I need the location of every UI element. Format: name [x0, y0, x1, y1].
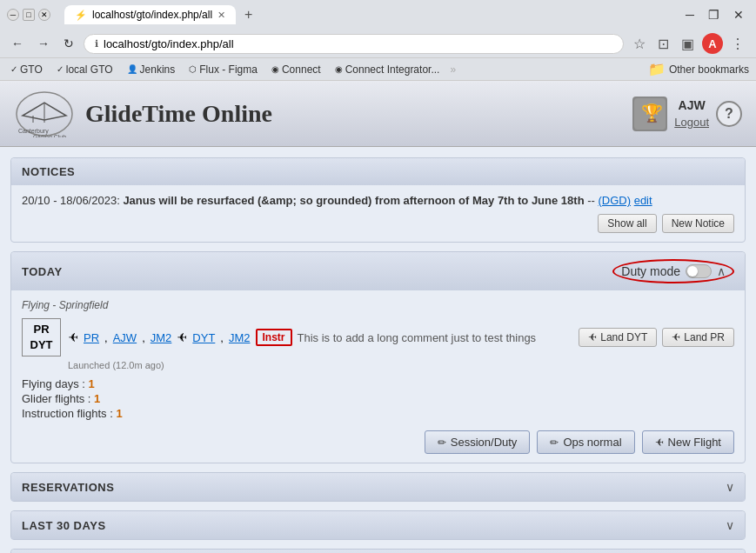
tab-bar: ⚡ localhost/gto/index.php/all ✕ + — [64, 5, 673, 24]
bookmark-gto[interactable]: ✓ GTO — [7, 62, 46, 77]
last30days-section: LAST 30 DAYS ∨ — [10, 510, 746, 540]
glider-flights-label: Glider flights : — [22, 392, 94, 405]
user-avatar: 🏆 — [632, 97, 667, 131]
bookmark-connect-integrator[interactable]: ◉ Connect Integrator... — [331, 62, 444, 77]
glider-flights-stat: Glider flights : 1 — [22, 392, 734, 405]
flying-days-value: 1 — [89, 377, 95, 390]
user-avatar-icon: 🏆 — [634, 98, 666, 130]
flight-actions: ✈ Land DYT ✈ Land PR — [579, 328, 734, 347]
flight-row: PR DYT ✈ PR, AJW, JM2 ✈ DYT, JM2 Instr T… — [22, 315, 734, 360]
today-section: TODAY Duty mode ∧ Flying - Springfield P… — [10, 251, 746, 463]
bookmark-local-gto[interactable]: ✓ local GTO — [53, 62, 117, 77]
bookmark-jenkins[interactable]: 👤 Jenkins — [124, 62, 179, 77]
profile-icon[interactable]: A — [702, 33, 723, 54]
back-button[interactable]: ← — [7, 35, 28, 52]
today-section-header[interactable]: TODAY Duty mode ∧ — [11, 252, 745, 290]
help-button[interactable]: ? — [716, 101, 742, 127]
today-collapse-icon[interactable]: ∧ — [717, 264, 726, 278]
other-bookmarks[interactable]: 📁 Other bookmarks — [648, 61, 749, 77]
notice-body: Janus will be resurfaced (&amp; so groun… — [123, 194, 584, 207]
instruction-label: Instruction flights : — [22, 407, 116, 420]
cast-icon[interactable]: ⊡ — [653, 33, 673, 54]
svg-text:Gliding  Club: Gliding Club — [33, 134, 66, 137]
bookmark-figma[interactable]: ⬡ Flux - Figma — [185, 62, 261, 77]
win-minimize-btn[interactable]: ─ — [680, 6, 699, 23]
pilot-pr-link[interactable]: PR — [84, 331, 99, 344]
bookmark-connect[interactable]: ◉ Connect — [268, 62, 324, 77]
user-area: 🏆 AJW Logout ? — [632, 97, 742, 131]
user-info: AJW Logout — [674, 98, 709, 129]
today-section-content: Flying - Springfield PR DYT ✈ PR, AJW, J… — [11, 290, 745, 463]
bookmarks-bar: ✓ GTO ✓ local GTO 👤 Jenkins ⬡ Flux - Fig… — [0, 57, 756, 80]
flying-days-label: Flying days : — [22, 377, 89, 390]
username: AJW — [679, 98, 706, 112]
land-pr-icon: ✈ — [672, 331, 680, 343]
reload-button[interactable]: ↻ — [59, 35, 78, 52]
close-btn[interactable]: ✕ — [38, 9, 50, 21]
session-duty-icon: ✏ — [438, 436, 446, 449]
takeoff-icon-1: ✈ — [68, 330, 78, 344]
pilot-jm2-link[interactable]: JM2 — [151, 331, 172, 344]
flight-id-line2: DYT — [30, 338, 53, 351]
notices-section: NOTICES 20/10 - 18/06/2023: Janus will b… — [10, 157, 746, 243]
forward-button[interactable]: → — [33, 35, 54, 52]
plane-jm2-link[interactable]: JM2 — [229, 331, 251, 344]
win-close-btn[interactable]: ✕ — [728, 6, 749, 23]
logout-link[interactable]: Logout — [674, 116, 709, 129]
flying-days-stat: Flying days : 1 — [22, 377, 734, 390]
address-bar: ← → ↻ ℹ localhost/gto/index.php/all ☆ ⊡ … — [0, 30, 756, 57]
land-dyt-button[interactable]: ✈ Land DYT — [579, 328, 657, 347]
new-notice-button[interactable]: New Notice — [662, 214, 734, 233]
notice-actions: Show all New Notice — [22, 214, 734, 233]
folder-icon: 📁 — [648, 61, 666, 77]
tab-search-icon[interactable]: ▣ — [677, 33, 699, 54]
land-pr-button[interactable]: ✈ Land PR — [662, 328, 734, 347]
instruction-value: 1 — [116, 407, 122, 420]
figma-bookmark-icon: ⬡ — [189, 64, 197, 74]
ops-normal-button[interactable]: ✏ Ops normal — [537, 430, 634, 454]
launched-text: Launched (12.0m ago) — [68, 360, 734, 370]
app-title: GlideTime Online — [85, 100, 272, 128]
new-tab-button[interactable]: + — [239, 7, 258, 23]
notice-edit-link[interactable]: edit — [634, 194, 652, 207]
duty-mode-area: Duty mode ∧ — [612, 259, 734, 283]
session-duty-button[interactable]: ✏ Session/Duty — [425, 430, 531, 454]
menu-icon[interactable]: ⋮ — [726, 33, 749, 54]
notices-section-header[interactable]: NOTICES — [11, 158, 745, 185]
window-controls: ─ □ ✕ — [7, 9, 50, 21]
last30days-collapse-icon: ∨ — [726, 518, 734, 532]
more-bookmarks-icon[interactable]: » — [450, 63, 456, 76]
app-body: NOTICES 20/10 - 18/06/2023: Janus will b… — [0, 147, 756, 553]
stats-area: Flying days : 1 Glider flights : 1 Instr… — [22, 377, 734, 420]
notice-separator: -- — [587, 194, 598, 207]
url-input[interactable]: ℹ localhost/gto/index.php/all — [84, 34, 624, 54]
flight-id-line1: PR — [33, 323, 49, 336]
minimize-btn[interactable]: ─ — [7, 9, 19, 21]
active-tab[interactable]: ⚡ localhost/gto/index.php/all ✕ — [64, 5, 236, 24]
maximize-btn[interactable]: □ — [23, 9, 35, 21]
flying-location: Flying - Springfield — [22, 299, 734, 311]
notice-dgd-link[interactable]: (DGD) — [598, 194, 631, 207]
browser-chrome: ─ □ ✕ ⚡ localhost/gto/index.php/all ✕ + … — [0, 0, 756, 81]
reports-section: REPORTS & ADMIN 🔥 — [10, 549, 746, 553]
notices-section-title: NOTICES — [22, 165, 75, 178]
plane-dyt-link[interactable]: DYT — [192, 331, 215, 344]
title-bar: ─ □ ✕ ⚡ localhost/gto/index.php/all ✕ + … — [0, 0, 756, 30]
takeoff-icon-2: ✈ — [177, 330, 187, 344]
reports-section-header[interactable]: REPORTS & ADMIN 🔥 — [11, 550, 745, 553]
show-all-button[interactable]: Show all — [598, 214, 656, 233]
tab-close-icon[interactable]: ✕ — [217, 10, 225, 21]
last30days-section-header[interactable]: LAST 30 DAYS ∨ — [11, 511, 745, 539]
connect-bookmark-icon: ◉ — [271, 64, 279, 74]
reservations-collapse-icon: ∨ — [726, 480, 734, 494]
duty-mode-toggle[interactable] — [686, 264, 712, 278]
url-text: localhost/gto/index.php/all — [104, 37, 234, 50]
win-restore-btn[interactable]: ❐ — [703, 6, 725, 23]
duty-toggle-knob — [687, 266, 698, 276]
gto-bookmark-icon: ✓ — [10, 64, 17, 74]
pilot-ajw-link[interactable]: AJW — [113, 331, 137, 344]
reservations-section-header[interactable]: RESERVATIONS ∨ — [11, 473, 745, 501]
new-flight-button[interactable]: ✈ New Flight — [642, 430, 734, 454]
bookmark-star-icon[interactable]: ☆ — [629, 33, 650, 54]
local-gto-bookmark-icon: ✓ — [57, 64, 64, 74]
